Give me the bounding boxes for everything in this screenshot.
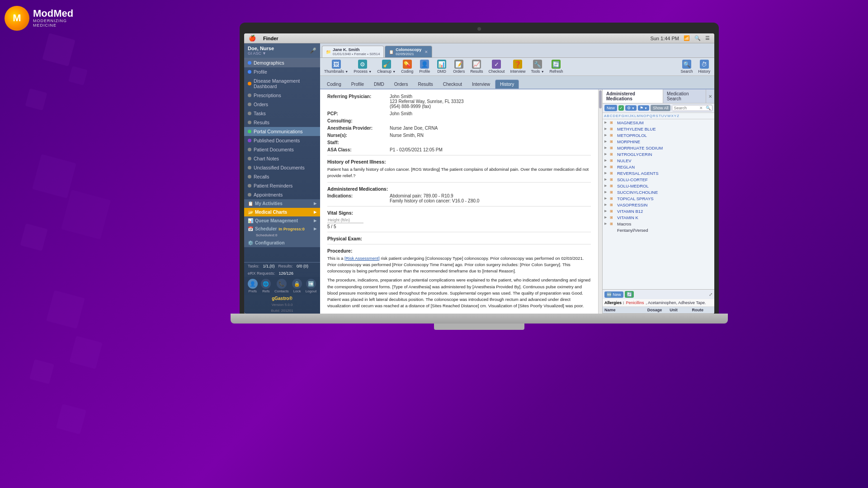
results-button[interactable]: 📈 Results [468, 59, 485, 75]
alpha-L[interactable]: L [634, 114, 636, 118]
dmd-button[interactable]: 📊 DMD [434, 59, 450, 75]
med-item-magnesium[interactable]: ▶ ⊞ MAGNESIUM [603, 119, 714, 126]
contacts-button[interactable]: 📞 Contacts [274, 279, 289, 293]
sidebar-section-scheduler[interactable]: 📅 Scheduler In Progress:0 ▶ Scheduled:0 [244, 225, 320, 239]
med-item-nitroglycerin[interactable]: ▶ ⊞ NITROGLYCERIN [603, 151, 714, 157]
search-macos-icon[interactable]: 🔍 [694, 35, 701, 41]
med-tab-search[interactable]: Medication Search [663, 89, 706, 103]
sidebar-item-orders[interactable]: Orders [244, 100, 320, 109]
med-item-vitb12[interactable]: ▶ ⊞ VITAMIN B12 [603, 208, 714, 214]
sidebar-item-appointments[interactable]: Appointments [244, 190, 320, 199]
sidebar-item-results[interactable]: Results [244, 118, 320, 127]
tools-button[interactable]: 🔧 Tools ▼ [528, 59, 546, 75]
med-gear-btn[interactable]: ⚙ ▼ [625, 105, 637, 111]
alpha-K[interactable]: K [632, 114, 634, 118]
nav-tab-coding[interactable]: Coding [322, 80, 346, 89]
nav-tab-results[interactable]: Results [413, 80, 438, 89]
risk-assessment-link[interactable]: [Risk Assessment] [344, 256, 380, 261]
alpha-T[interactable]: T [659, 114, 661, 118]
sidebar-section-config[interactable]: ⚙️ Configuration [244, 239, 320, 247]
alpha-D[interactable]: D [613, 114, 615, 118]
med-tab-administered[interactable]: Administered Medications [603, 89, 663, 103]
med-new-dropdown[interactable]: New [604, 105, 617, 111]
sidebar-section-medical-charts[interactable]: 📂 Medical Charts ▶ [244, 208, 320, 216]
patient-tab-colonoscopy[interactable]: 📋 Colonoscopy 02/05/2021 ✕ [385, 46, 432, 57]
alpha-I[interactable]: I [628, 114, 629, 118]
coding-button[interactable]: 💊 Coding [399, 59, 415, 75]
nav-tab-checkout[interactable]: Checkout [438, 80, 467, 89]
sidebar-item-demographics[interactable]: Demographics [244, 58, 320, 67]
med-search-icon[interactable]: 🔍 [704, 105, 712, 111]
med-item-morphine[interactable]: ▶ ⊞ MORPHINE [603, 138, 714, 145]
med-showall-btn[interactable]: Show All [651, 105, 671, 111]
med-item-fentanyl[interactable]: Fentanyl/Versed [603, 227, 714, 233]
alpha-G[interactable]: G [621, 114, 624, 118]
med-item-reversal[interactable]: ▶ ⊞ REVERSAL AGENTS [603, 170, 714, 176]
prefs-button[interactable]: 👤 Prefs [248, 279, 258, 293]
alpha-P[interactable]: P [646, 114, 649, 118]
med-item-vitk[interactable]: ▶ ⊞ VITAMIN K [603, 214, 714, 221]
med-item-solu-cortef[interactable]: ▶ ⊞ SOLU-CORTEF [603, 176, 714, 183]
alpha-X[interactable]: X [671, 114, 674, 118]
med-status-btn[interactable]: ✓ [618, 105, 624, 111]
med-panel-close[interactable]: ✕ [706, 93, 714, 100]
med-item-vasopressin[interactable]: ▶ ⊞ VASOPRESSIN [603, 202, 714, 208]
alpha-J[interactable]: J [629, 114, 631, 118]
sidebar-item-unclassified[interactable]: Unclassified Documents [244, 163, 320, 172]
apple-icon[interactable]: 🍎 [249, 35, 256, 42]
alpha-W[interactable]: W [667, 114, 671, 118]
sidebar-item-tasks[interactable]: Tasks [244, 109, 320, 118]
alpha-F[interactable]: F [619, 114, 621, 118]
alpha-E[interactable]: E [616, 114, 618, 118]
profile-button[interactable]: 👤 Profile [416, 59, 433, 75]
med-item-nulev[interactable]: ▶ ⊞ NULEV [603, 157, 714, 164]
med-search-box[interactable]: ✕ 🔍 [672, 105, 712, 111]
orders-button[interactable]: 📝 Orders [451, 59, 467, 75]
nav-tab-profile[interactable]: Profile [346, 80, 369, 89]
alpha-A[interactable]: A [604, 114, 606, 118]
sidebar-item-published[interactable]: Published Documents [244, 136, 320, 145]
alpha-V[interactable]: V [665, 114, 667, 118]
med-item-macros[interactable]: ▶ ⊞ Macros [603, 221, 714, 227]
med-item-metoprolol[interactable]: ▶ ⊞ METOPROLOL [603, 132, 714, 138]
sidebar-item-prescriptions[interactable]: Prescriptions [244, 91, 320, 100]
thumbnails-button[interactable]: 🖼 Thumbnails ▼ [322, 59, 350, 75]
interview-button[interactable]: ❓ Interview [508, 59, 528, 75]
sidebar-item-dmd[interactable]: Disease Management Dashboard [244, 76, 320, 91]
process-button[interactable]: ⚙ Process ▼ [351, 59, 374, 75]
lock-button[interactable]: 🔒 Lock [292, 279, 302, 293]
alpha-U[interactable]: U [661, 114, 664, 118]
med-footer-refresh-btn[interactable]: 🔄 [625, 291, 634, 298]
med-footer-new-btn[interactable]: 🆕 New [604, 291, 623, 298]
sidebar-item-recalls[interactable]: Recalls [244, 172, 320, 181]
mic-icon[interactable]: 🎤 [310, 47, 316, 54]
checkout-button[interactable]: ✓ Checkout [486, 59, 507, 75]
med-item-topical[interactable]: ▶ ⊞ TOPICAL SPRAYS [603, 195, 714, 202]
refresh-button[interactable]: 🔄 Refresh [547, 59, 566, 75]
med-flag-btn[interactable]: ⚑ ▼ [638, 105, 649, 111]
menu-icon[interactable]: ☰ [705, 35, 710, 41]
sidebar-item-patient-docs[interactable]: Patient Documents [244, 145, 320, 154]
alpha-H[interactable]: H [625, 114, 627, 118]
patient-tab-colonoscopy-close[interactable]: ✕ [425, 50, 428, 54]
search-button[interactable]: 🔍 Search [679, 59, 695, 75]
med-footer-expand-btn[interactable]: ⤢ [709, 292, 712, 297]
sidebar-item-profile[interactable]: Profile [244, 67, 320, 76]
alpha-Q[interactable]: Q [650, 114, 652, 118]
alpha-R[interactable]: R [653, 114, 656, 118]
nav-tab-interview[interactable]: Interview [467, 80, 495, 89]
sidebar-item-chart-notes[interactable]: Chart Notes [244, 154, 320, 163]
alpha-Z[interactable]: Z [677, 114, 679, 118]
med-search-clear[interactable]: ✕ [698, 105, 704, 111]
cleanup-button[interactable]: 🧹 Cleanup ▼ [375, 59, 398, 75]
logout-button[interactable]: ➡️ Logout [306, 279, 316, 293]
sidebar-item-patient-reminders[interactable]: Patient Reminders [244, 181, 320, 190]
nav-tab-dmd[interactable]: DMD [369, 80, 389, 89]
alpha-N[interactable]: N [640, 114, 643, 118]
refs-button[interactable]: 🌐 Refs [261, 279, 271, 293]
alpha-Y[interactable]: Y [674, 114, 676, 118]
med-item-reglan[interactable]: ▶ ⊞ REGLAN [603, 164, 714, 170]
sidebar-section-my-activities[interactable]: 📋 My Activities ▶ [244, 199, 320, 208]
alpha-C[interactable]: C [610, 114, 613, 118]
alpha-M[interactable]: M [637, 114, 640, 118]
